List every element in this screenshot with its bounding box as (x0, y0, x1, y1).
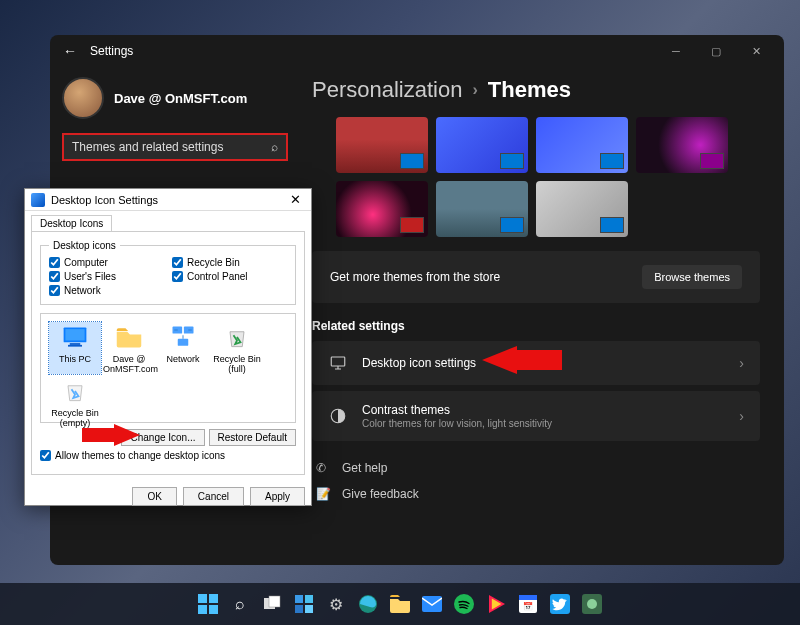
desktop-icon-settings-dialog: Desktop Icon Settings ✕ Desktop Icons De… (24, 188, 312, 506)
main-pane: Personalization › Themes Get more themes… (300, 67, 784, 565)
dialog-body: Desktop icons Computer Recycle Bin User'… (31, 231, 305, 475)
cancel-button[interactable]: Cancel (183, 487, 244, 506)
apply-button[interactable]: Apply (250, 487, 305, 506)
start-button[interactable] (195, 591, 221, 617)
widgets-icon[interactable] (291, 591, 317, 617)
theme-grid (336, 117, 760, 237)
spotify-icon[interactable] (451, 591, 477, 617)
back-button[interactable]: ← (58, 43, 82, 59)
svg-rect-22 (422, 596, 442, 612)
svg-rect-0 (331, 357, 345, 366)
row-title: Desktop icon settings (362, 356, 476, 370)
calendar-icon[interactable]: 📅 (515, 591, 541, 617)
search-value: Themes and related settings (72, 140, 223, 154)
theme-option[interactable] (636, 117, 728, 173)
twitter-icon[interactable] (547, 591, 573, 617)
icon-this-pc[interactable]: This PC (49, 322, 101, 374)
desktop-icons-fieldset: Desktop icons Computer Recycle Bin User'… (40, 240, 296, 305)
svg-rect-9 (178, 339, 189, 346)
annotation-arrow (482, 346, 562, 374)
checkbox-control-panel[interactable]: Control Panel (172, 271, 287, 282)
dialog-icon (31, 193, 45, 207)
contrast-icon (328, 406, 348, 426)
task-view-icon[interactable] (259, 591, 285, 617)
theme-option[interactable] (536, 181, 628, 237)
checkbox-computer[interactable]: Computer (49, 257, 164, 268)
taskbar-search-icon[interactable]: ⌕ (227, 591, 253, 617)
breadcrumb: Personalization › Themes (312, 77, 760, 103)
svg-rect-20 (305, 605, 313, 613)
chevron-right-icon: › (739, 408, 744, 424)
svg-rect-19 (295, 605, 303, 613)
search-input[interactable]: Themes and related settings ⌕ (62, 133, 288, 161)
breadcrumb-parent[interactable]: Personalization (312, 77, 462, 103)
theme-option[interactable] (336, 181, 428, 237)
svg-rect-27 (519, 595, 537, 600)
minimize-button[interactable]: ─ (656, 37, 696, 65)
play-icon[interactable] (483, 591, 509, 617)
icon-network[interactable]: Network (157, 322, 209, 374)
get-help-link[interactable]: ✆ Get help (312, 455, 760, 481)
icon-user-folder[interactable]: Dave @ OnMSFT.com (103, 322, 155, 374)
restore-default-button[interactable]: Restore Default (209, 429, 296, 446)
checkbox-users-files[interactable]: User's Files (49, 271, 164, 282)
tab-desktop-icons[interactable]: Desktop Icons (31, 215, 112, 231)
contrast-themes-row[interactable]: Contrast themes Color themes for low vis… (312, 391, 760, 441)
maximize-button[interactable]: ▢ (696, 37, 736, 65)
breadcrumb-current: Themes (488, 77, 571, 103)
row-title: Contrast themes (362, 403, 552, 417)
theme-option[interactable] (436, 181, 528, 237)
checkbox-recycle-bin[interactable]: Recycle Bin (172, 257, 287, 268)
titlebar: ← Settings ─ ▢ ✕ (50, 35, 784, 67)
svg-rect-12 (209, 594, 218, 603)
svg-rect-4 (65, 329, 84, 340)
svg-rect-11 (198, 594, 207, 603)
app-title: Settings (90, 44, 133, 58)
avatar (62, 77, 104, 119)
settings-icon[interactable]: ⚙ (323, 591, 349, 617)
theme-option[interactable] (336, 117, 428, 173)
browse-themes-button[interactable]: Browse themes (642, 265, 742, 289)
store-row: Get more themes from the store Browse th… (312, 251, 760, 303)
edge-icon[interactable] (355, 591, 381, 617)
close-button[interactable]: ✕ (736, 37, 776, 65)
svg-rect-16 (269, 596, 280, 607)
theme-option[interactable] (436, 117, 528, 173)
icon-recycle-full[interactable]: Recycle Bin (full) (211, 322, 263, 374)
desktop-icon-settings-row[interactable]: Desktop icon settings › (312, 341, 760, 385)
fieldset-legend: Desktop icons (49, 240, 120, 251)
svg-rect-18 (305, 595, 313, 603)
icon-recycle-empty[interactable]: Recycle Bin (empty) (49, 376, 101, 428)
svg-point-23 (454, 594, 474, 614)
svg-point-31 (587, 599, 597, 609)
store-label: Get more themes from the store (330, 270, 500, 284)
dialog-tabs: Desktop Icons (25, 211, 311, 231)
app-icon[interactable] (579, 591, 605, 617)
dialog-footer: OK Cancel Apply (25, 481, 311, 512)
explorer-icon[interactable] (387, 591, 413, 617)
user-row[interactable]: Dave @ OnMSFT.com (62, 77, 288, 119)
give-feedback-link[interactable]: 📝 Give feedback (312, 481, 760, 507)
desktop-icon (328, 353, 348, 373)
search-icon: ⌕ (271, 140, 278, 154)
mail-icon[interactable] (419, 591, 445, 617)
taskbar: ⌕ ⚙ 📅 (0, 583, 800, 625)
close-button[interactable]: ✕ (286, 192, 305, 207)
svg-marker-1 (482, 346, 562, 374)
checkbox-network[interactable]: Network (49, 285, 164, 296)
chevron-right-icon: › (739, 355, 744, 371)
chevron-right-icon: › (472, 81, 477, 99)
help-icon: ✆ (316, 461, 332, 475)
ok-button[interactable]: OK (132, 487, 176, 506)
feedback-icon: 📝 (316, 487, 332, 501)
related-settings-title: Related settings (312, 319, 760, 333)
checkbox-allow-themes[interactable]: Allow themes to change desktop icons (40, 450, 296, 461)
theme-option[interactable] (536, 117, 628, 173)
svg-rect-17 (295, 595, 303, 603)
svg-rect-13 (198, 605, 207, 614)
icon-preview-box: This PC Dave @ OnMSFT.com Network Recycl… (40, 313, 296, 423)
row-subtitle: Color themes for low vision, light sensi… (362, 418, 552, 429)
user-name: Dave @ OnMSFT.com (114, 91, 247, 106)
svg-marker-10 (82, 424, 140, 446)
window-controls: ─ ▢ ✕ (656, 37, 776, 65)
